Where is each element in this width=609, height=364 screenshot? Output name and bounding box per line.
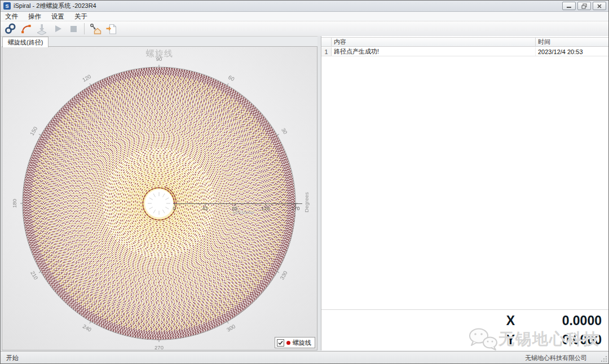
curve-icon bbox=[20, 23, 32, 35]
app-window: S iSpiral - 2维螺旋系统 -2023R4 文件操作设置关于 bbox=[0, 0, 609, 364]
row-index: 1 bbox=[321, 47, 332, 56]
row-content: 路径点产生成功! bbox=[332, 47, 536, 56]
restore-icon bbox=[581, 3, 587, 9]
plot-title: 螺旋线 bbox=[2, 48, 317, 59]
home-button[interactable] bbox=[88, 22, 103, 35]
apply-button[interactable] bbox=[34, 22, 49, 35]
stop-button[interactable] bbox=[66, 22, 81, 35]
play-icon bbox=[51, 23, 64, 35]
polar-spiral-chart[interactable] bbox=[2, 47, 317, 350]
coordinate-readout: X 0.0000 Y 0.0000 无锡地心科技 bbox=[321, 309, 609, 350]
legend: 螺旋线 bbox=[275, 337, 315, 348]
statusbar: 开始 无锡地心科技有限公司 bbox=[1, 351, 608, 363]
close-button[interactable] bbox=[593, 2, 606, 10]
log-table-header: 内容 时间 bbox=[321, 37, 609, 47]
log-header-time[interactable]: 时间 bbox=[536, 38, 609, 46]
home-key-icon bbox=[89, 23, 102, 35]
wechat-icon bbox=[467, 327, 498, 352]
legend-label: 螺旋线 bbox=[293, 339, 311, 347]
new-file-icon bbox=[105, 23, 117, 35]
restore-button[interactable] bbox=[577, 2, 591, 10]
resize-grip[interactable] bbox=[601, 356, 607, 362]
link-icon bbox=[4, 23, 16, 35]
app-icon: S bbox=[3, 2, 11, 10]
newfile-button[interactable] bbox=[104, 22, 118, 35]
row-time: 2023/12/4 20:53 bbox=[536, 47, 609, 56]
x-label: X bbox=[506, 313, 515, 329]
titlebar: S iSpiral - 2维螺旋系统 -2023R4 bbox=[1, 1, 608, 12]
readout-x-row: X 0.0000 bbox=[506, 313, 602, 329]
watermark: 无锡地心科技 bbox=[467, 327, 600, 352]
tab-spiral-path[interactable]: 螺旋线(路径) bbox=[2, 37, 48, 47]
link-button[interactable] bbox=[3, 22, 17, 35]
log-header-index[interactable] bbox=[321, 38, 332, 46]
minimize-icon bbox=[566, 3, 572, 9]
x-value: 0.0000 bbox=[541, 313, 602, 329]
close-icon bbox=[597, 3, 602, 9]
watermark-text: 无锡地心科技 bbox=[498, 329, 600, 350]
menu-item[interactable]: 关于 bbox=[74, 12, 87, 21]
toolbar-separator bbox=[84, 23, 85, 34]
menubar: 文件操作设置关于 bbox=[1, 12, 608, 21]
minimize-button[interactable] bbox=[562, 2, 576, 10]
legend-checkbox[interactable] bbox=[277, 339, 284, 347]
status-right: 无锡地心科技有限公司 bbox=[525, 354, 587, 362]
play-button[interactable] bbox=[50, 22, 65, 35]
apply-icon bbox=[36, 23, 48, 35]
status-left: 开始 bbox=[6, 354, 19, 362]
legend-marker bbox=[286, 341, 290, 345]
menu-item[interactable]: 操作 bbox=[28, 12, 41, 21]
curve-button[interactable] bbox=[19, 22, 33, 35]
stop-icon bbox=[67, 23, 80, 35]
log-table-row[interactable]: 1路径点产生成功!2023/12/4 20:53 bbox=[321, 47, 609, 56]
toolbar bbox=[1, 21, 608, 37]
log-panel: 内容 时间 1路径点产生成功!2023/12/4 20:53 X 0.0000 … bbox=[321, 36, 609, 350]
menu-item[interactable]: 文件 bbox=[5, 12, 18, 21]
window-title: iSpiral - 2维螺旋系统 -2023R4 bbox=[14, 2, 96, 10]
menu-item[interactable]: 设置 bbox=[51, 12, 64, 21]
checkmark-icon bbox=[278, 340, 283, 345]
spiral-plot-pane[interactable]: 螺旋线 螺旋线 bbox=[2, 46, 317, 350]
log-header-content[interactable]: 内容 bbox=[332, 38, 536, 46]
